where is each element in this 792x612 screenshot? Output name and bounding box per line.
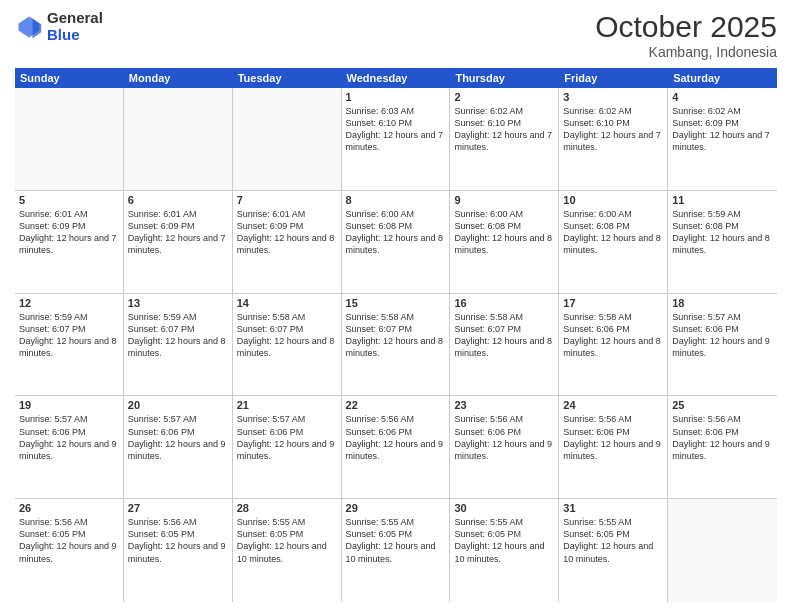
day-info: Sunrise: 6:02 AM Sunset: 6:09 PM Dayligh… [672, 105, 773, 154]
day-info: Sunrise: 6:02 AM Sunset: 6:10 PM Dayligh… [563, 105, 663, 154]
day-cell-9: 9Sunrise: 6:00 AM Sunset: 6:08 PM Daylig… [450, 191, 559, 293]
weekday-header-saturday: Saturday [668, 68, 777, 88]
day-number: 2 [454, 91, 554, 103]
week-row-5: 26Sunrise: 5:56 AM Sunset: 6:05 PM Dayli… [15, 499, 777, 602]
day-number: 27 [128, 502, 228, 514]
weekday-header-wednesday: Wednesday [342, 68, 451, 88]
week-row-2: 5Sunrise: 6:01 AM Sunset: 6:09 PM Daylig… [15, 191, 777, 294]
day-number: 6 [128, 194, 228, 206]
day-number: 28 [237, 502, 337, 514]
day-cell-16: 16Sunrise: 5:58 AM Sunset: 6:07 PM Dayli… [450, 294, 559, 396]
day-number: 9 [454, 194, 554, 206]
day-info: Sunrise: 5:56 AM Sunset: 6:05 PM Dayligh… [128, 516, 228, 565]
day-info: Sunrise: 6:01 AM Sunset: 6:09 PM Dayligh… [19, 208, 119, 257]
day-cell-10: 10Sunrise: 6:00 AM Sunset: 6:08 PM Dayli… [559, 191, 668, 293]
day-number: 15 [346, 297, 446, 309]
day-info: Sunrise: 5:55 AM Sunset: 6:05 PM Dayligh… [563, 516, 663, 565]
day-cell-29: 29Sunrise: 5:55 AM Sunset: 6:05 PM Dayli… [342, 499, 451, 602]
day-cell-7: 7Sunrise: 6:01 AM Sunset: 6:09 PM Daylig… [233, 191, 342, 293]
day-number: 29 [346, 502, 446, 514]
weekday-header-monday: Monday [124, 68, 233, 88]
day-cell-4: 4Sunrise: 6:02 AM Sunset: 6:09 PM Daylig… [668, 88, 777, 190]
day-cell-5: 5Sunrise: 6:01 AM Sunset: 6:09 PM Daylig… [15, 191, 124, 293]
day-cell-8: 8Sunrise: 6:00 AM Sunset: 6:08 PM Daylig… [342, 191, 451, 293]
day-info: Sunrise: 5:59 AM Sunset: 6:08 PM Dayligh… [672, 208, 773, 257]
day-cell-22: 22Sunrise: 5:56 AM Sunset: 6:06 PM Dayli… [342, 396, 451, 498]
calendar: SundayMondayTuesdayWednesdayThursdayFrid… [15, 68, 777, 602]
day-info: Sunrise: 5:56 AM Sunset: 6:06 PM Dayligh… [454, 413, 554, 462]
day-cell-20: 20Sunrise: 5:57 AM Sunset: 6:06 PM Dayli… [124, 396, 233, 498]
empty-cell-0-2 [233, 88, 342, 190]
calendar-body: 1Sunrise: 6:03 AM Sunset: 6:10 PM Daylig… [15, 88, 777, 602]
day-info: Sunrise: 5:56 AM Sunset: 6:06 PM Dayligh… [563, 413, 663, 462]
day-cell-23: 23Sunrise: 5:56 AM Sunset: 6:06 PM Dayli… [450, 396, 559, 498]
day-number: 3 [563, 91, 663, 103]
day-cell-21: 21Sunrise: 5:57 AM Sunset: 6:06 PM Dayli… [233, 396, 342, 498]
day-cell-15: 15Sunrise: 5:58 AM Sunset: 6:07 PM Dayli… [342, 294, 451, 396]
day-info: Sunrise: 5:56 AM Sunset: 6:06 PM Dayligh… [672, 413, 773, 462]
weekday-header-tuesday: Tuesday [233, 68, 342, 88]
logo-text: General Blue [47, 10, 103, 43]
day-info: Sunrise: 6:00 AM Sunset: 6:08 PM Dayligh… [563, 208, 663, 257]
day-number: 5 [19, 194, 119, 206]
day-info: Sunrise: 5:57 AM Sunset: 6:06 PM Dayligh… [672, 311, 773, 360]
day-info: Sunrise: 5:57 AM Sunset: 6:06 PM Dayligh… [19, 413, 119, 462]
day-number: 8 [346, 194, 446, 206]
day-cell-31: 31Sunrise: 5:55 AM Sunset: 6:05 PM Dayli… [559, 499, 668, 602]
day-number: 20 [128, 399, 228, 411]
calendar-header: SundayMondayTuesdayWednesdayThursdayFrid… [15, 68, 777, 88]
day-number: 17 [563, 297, 663, 309]
day-info: Sunrise: 5:55 AM Sunset: 6:05 PM Dayligh… [454, 516, 554, 565]
location-title: Kambang, Indonesia [595, 44, 777, 60]
logo: General Blue [15, 10, 103, 43]
day-cell-19: 19Sunrise: 5:57 AM Sunset: 6:06 PM Dayli… [15, 396, 124, 498]
day-info: Sunrise: 6:01 AM Sunset: 6:09 PM Dayligh… [237, 208, 337, 257]
day-number: 10 [563, 194, 663, 206]
day-number: 23 [454, 399, 554, 411]
logo-blue-text: Blue [47, 27, 103, 44]
week-row-3: 12Sunrise: 5:59 AM Sunset: 6:07 PM Dayli… [15, 294, 777, 397]
empty-cell-0-0 [15, 88, 124, 190]
day-cell-14: 14Sunrise: 5:58 AM Sunset: 6:07 PM Dayli… [233, 294, 342, 396]
day-number: 7 [237, 194, 337, 206]
day-cell-18: 18Sunrise: 5:57 AM Sunset: 6:06 PM Dayli… [668, 294, 777, 396]
day-cell-2: 2Sunrise: 6:02 AM Sunset: 6:10 PM Daylig… [450, 88, 559, 190]
day-number: 19 [19, 399, 119, 411]
empty-cell-0-1 [124, 88, 233, 190]
day-number: 11 [672, 194, 773, 206]
day-number: 30 [454, 502, 554, 514]
month-title: October 2025 [595, 10, 777, 44]
day-cell-27: 27Sunrise: 5:56 AM Sunset: 6:05 PM Dayli… [124, 499, 233, 602]
day-info: Sunrise: 5:57 AM Sunset: 6:06 PM Dayligh… [237, 413, 337, 462]
day-info: Sunrise: 6:02 AM Sunset: 6:10 PM Dayligh… [454, 105, 554, 154]
day-number: 31 [563, 502, 663, 514]
day-info: Sunrise: 5:58 AM Sunset: 6:06 PM Dayligh… [563, 311, 663, 360]
day-cell-12: 12Sunrise: 5:59 AM Sunset: 6:07 PM Dayli… [15, 294, 124, 396]
day-info: Sunrise: 6:03 AM Sunset: 6:10 PM Dayligh… [346, 105, 446, 154]
day-number: 24 [563, 399, 663, 411]
day-cell-17: 17Sunrise: 5:58 AM Sunset: 6:06 PM Dayli… [559, 294, 668, 396]
day-number: 16 [454, 297, 554, 309]
empty-cell-4-6 [668, 499, 777, 602]
header: General Blue October 2025 Kambang, Indon… [15, 10, 777, 60]
day-number: 21 [237, 399, 337, 411]
day-info: Sunrise: 5:59 AM Sunset: 6:07 PM Dayligh… [19, 311, 119, 360]
day-info: Sunrise: 5:56 AM Sunset: 6:06 PM Dayligh… [346, 413, 446, 462]
day-number: 18 [672, 297, 773, 309]
day-info: Sunrise: 5:58 AM Sunset: 6:07 PM Dayligh… [454, 311, 554, 360]
day-number: 4 [672, 91, 773, 103]
day-info: Sunrise: 6:00 AM Sunset: 6:08 PM Dayligh… [454, 208, 554, 257]
day-cell-11: 11Sunrise: 5:59 AM Sunset: 6:08 PM Dayli… [668, 191, 777, 293]
day-number: 13 [128, 297, 228, 309]
day-info: Sunrise: 5:55 AM Sunset: 6:05 PM Dayligh… [237, 516, 337, 565]
logo-icon [15, 13, 43, 41]
day-info: Sunrise: 5:58 AM Sunset: 6:07 PM Dayligh… [237, 311, 337, 360]
day-info: Sunrise: 5:55 AM Sunset: 6:05 PM Dayligh… [346, 516, 446, 565]
day-cell-1: 1Sunrise: 6:03 AM Sunset: 6:10 PM Daylig… [342, 88, 451, 190]
day-info: Sunrise: 5:59 AM Sunset: 6:07 PM Dayligh… [128, 311, 228, 360]
day-cell-28: 28Sunrise: 5:55 AM Sunset: 6:05 PM Dayli… [233, 499, 342, 602]
day-cell-6: 6Sunrise: 6:01 AM Sunset: 6:09 PM Daylig… [124, 191, 233, 293]
day-number: 12 [19, 297, 119, 309]
day-info: Sunrise: 5:57 AM Sunset: 6:06 PM Dayligh… [128, 413, 228, 462]
weekday-header-thursday: Thursday [450, 68, 559, 88]
